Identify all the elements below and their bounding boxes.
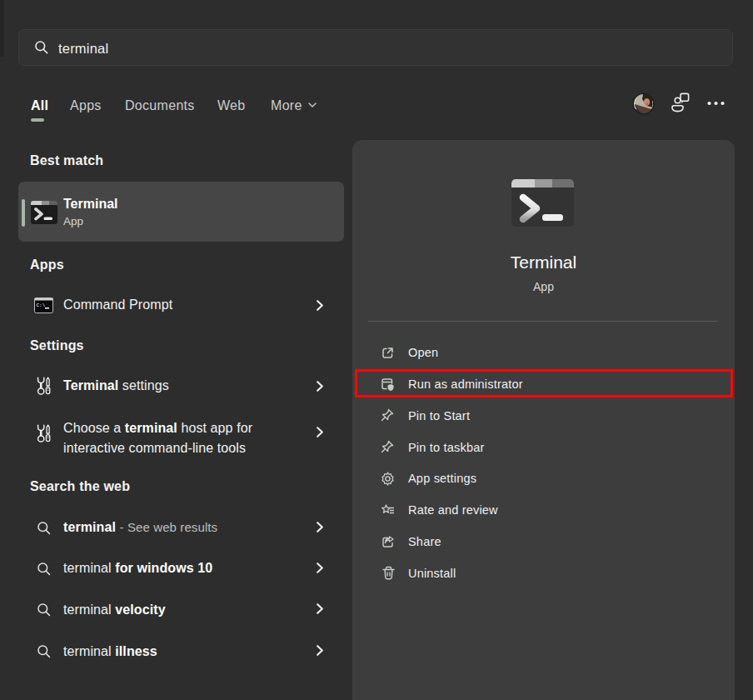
svg-text:C:\: C:\ xyxy=(37,302,46,308)
